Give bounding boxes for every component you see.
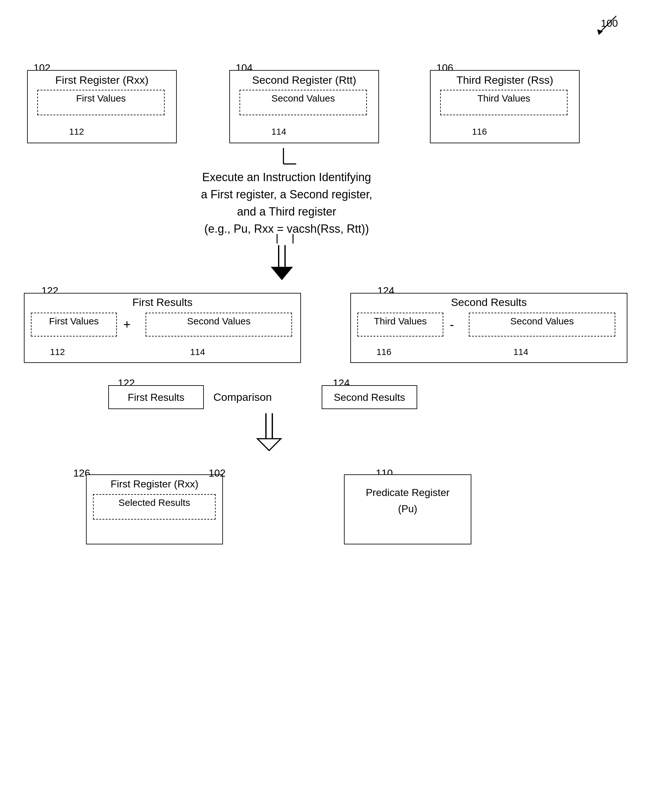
instruction-line3: and a Third register xyxy=(175,203,398,220)
first-results-small-label: First Results xyxy=(109,386,203,409)
selected-results-dashed-box: Selected Results xyxy=(93,494,216,519)
second-values-dashed-box: Second Values xyxy=(240,90,367,115)
first-register-box: First Register (Rxx) First Values 112 xyxy=(27,70,177,143)
second-results-box: Second Results Third Values 116 - Second… xyxy=(350,293,627,363)
first-register-title: First Register (Rxx) xyxy=(28,71,176,88)
first-results-val2-label: Second Values xyxy=(146,313,291,329)
second-results-val1-sub: 116 xyxy=(376,347,391,357)
svg-line-0 xyxy=(600,16,616,32)
third-values-dashed-box: Third Values xyxy=(440,90,568,115)
second-results-val2-box: Second Values xyxy=(469,313,615,337)
third-values-label: Third Values xyxy=(441,90,567,106)
comparison-down-arrow xyxy=(251,411,293,452)
second-results-val1-box: Third Values xyxy=(357,313,443,337)
first-values-dashed-box: First Values xyxy=(37,90,165,115)
first-results-val2-box: Second Values xyxy=(146,313,292,337)
first-results-val1-label: First Values xyxy=(32,313,116,329)
output-reg-ref102: 102 xyxy=(209,467,226,479)
third-register-box: Third Register (Rss) Third Values 116 xyxy=(430,70,580,143)
first-results-small-box: First Results xyxy=(108,385,204,409)
first-results-val2-sub: 114 xyxy=(190,347,205,357)
first-results-val1-box: First Values xyxy=(31,313,117,337)
main-ref-arrow xyxy=(587,13,626,38)
first-values-label: First Values xyxy=(38,90,164,106)
big-down-arrow xyxy=(261,242,312,283)
output-register-title: First Register (Rxx) xyxy=(86,475,222,492)
instruction-text-block: Execute an Instruction Identifying a Fir… xyxy=(175,169,398,238)
second-results-val2-sub: 114 xyxy=(514,347,528,357)
svg-marker-6 xyxy=(271,267,293,280)
second-results-operator: - xyxy=(450,317,454,332)
second-reg-sub-ref: 114 xyxy=(271,127,286,137)
second-register-box: Second Register (Rtt) Second Values 114 xyxy=(229,70,379,143)
comparison-label: Comparison xyxy=(213,391,272,403)
second-register-title: Second Register (Rtt) xyxy=(230,71,378,88)
second-results-val1-label: Third Values xyxy=(358,313,443,329)
second-results-val2-label: Second Values xyxy=(469,313,615,329)
predicate-register-title: Predicate Register (Pu) xyxy=(345,475,471,517)
first-results-val1-sub: 112 xyxy=(50,347,65,357)
output-register-box: First Register (Rxx) Selected Results xyxy=(86,474,223,545)
instruction-line2: a First register, a Second register, xyxy=(175,186,398,203)
second-results-small-label: Second Results xyxy=(322,386,417,409)
first-results-title: First Results xyxy=(24,294,300,310)
first-reg-sub-ref: 112 xyxy=(69,127,84,137)
second-results-title: Second Results xyxy=(351,294,627,310)
first-results-box: First Results First Values 112 + Second … xyxy=(24,293,301,363)
predicate-register-box: Predicate Register (Pu) xyxy=(344,474,471,545)
second-results-small-box: Second Results xyxy=(322,385,417,409)
svg-marker-11 xyxy=(258,439,281,451)
instruction-line1: Execute an Instruction Identifying xyxy=(175,169,398,186)
first-results-operator: + xyxy=(123,317,131,332)
third-register-title: Third Register (Rss) xyxy=(430,71,579,88)
selected-results-label: Selected Results xyxy=(94,495,215,511)
second-values-label: Second Values xyxy=(240,90,366,106)
third-reg-sub-ref: 116 xyxy=(472,127,487,137)
jj-lines xyxy=(264,232,309,245)
